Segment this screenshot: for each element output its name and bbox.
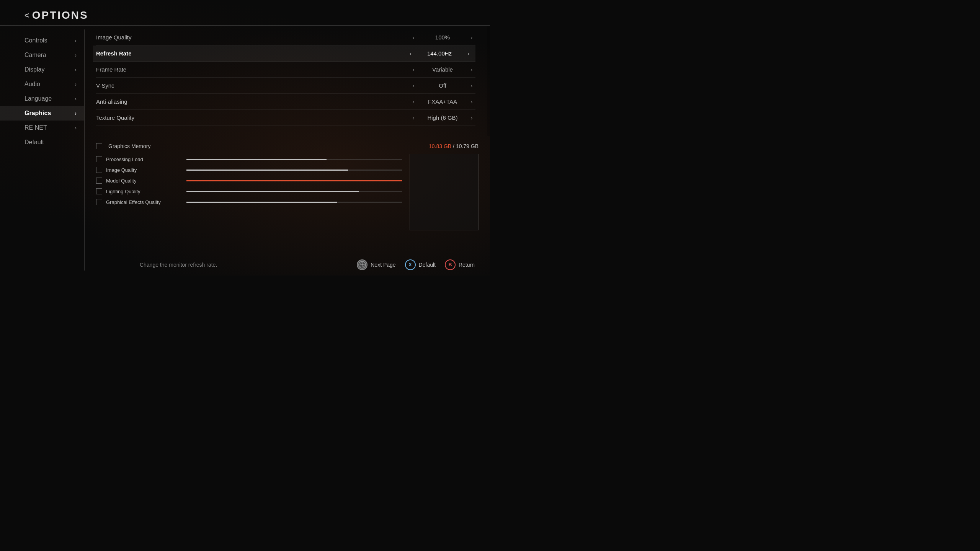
sidebar-label-audio: Audio — [24, 81, 40, 88]
sidebar-label-default: Default — [24, 139, 44, 146]
settings-panel: Image Quality ‹ 100% › Refresh Rate ‹ 14… — [85, 26, 487, 136]
sidebar: Controls › Camera › Display › Audio › La… — [0, 26, 84, 274]
arrow-right-refresh-rate[interactable]: › — [465, 51, 472, 57]
bottom-section: Graphics Memory 10.83 GB / 10.79 GB Proc… — [85, 136, 490, 234]
next-page-icon — [357, 259, 368, 270]
resource-label-image-quality-bar: Image Quality — [106, 167, 183, 173]
memory-total: 10.79 GB — [454, 143, 479, 149]
setting-value-texture-quality: High (6 GB) — [423, 114, 462, 121]
setting-value-image-quality: 100% — [423, 34, 462, 41]
footer-btn-default[interactable]: X Default — [405, 259, 436, 270]
back-title: < OPTIONS — [24, 9, 490, 21]
return-icon: B — [445, 259, 456, 270]
sidebar-label-display: Display — [24, 66, 44, 73]
resource-item-image-quality-bar: Image Quality — [96, 165, 402, 175]
footer-btn-return[interactable]: B Return — [445, 259, 475, 270]
header: < OPTIONS — [0, 0, 490, 26]
arrow-right-image-quality[interactable]: › — [468, 34, 475, 41]
default-label: Default — [419, 262, 436, 268]
setting-row-vsync: V-Sync ‹ Off › — [96, 78, 475, 94]
checkbox-graphical-effects[interactable] — [96, 199, 102, 205]
setting-controls-antialiasing: ‹ FXAA+TAA › — [399, 98, 475, 105]
sidebar-label-camera: Camera — [24, 52, 46, 59]
bar-fill-graphical-effects — [186, 202, 337, 203]
setting-label-texture-quality: Texture Quality — [96, 114, 399, 121]
page-title: OPTIONS — [32, 9, 88, 21]
checkbox-model-quality[interactable] — [96, 178, 102, 184]
sidebar-item-display[interactable]: Display › — [0, 62, 84, 77]
arrow-left-frame-rate[interactable]: ‹ — [410, 67, 417, 73]
bar-graphical-effects — [186, 202, 402, 203]
bar-image-quality — [186, 170, 402, 171]
memory-separator: / — [451, 143, 454, 149]
setting-label-antialiasing: Anti-aliasing — [96, 98, 399, 105]
arrow-right-frame-rate[interactable]: › — [468, 67, 475, 73]
setting-controls-image-quality: ‹ 100% › — [399, 34, 475, 41]
resource-section: Processing Load Image Quality — [96, 154, 479, 230]
sidebar-item-default[interactable]: Default — [0, 135, 84, 150]
arrow-left-refresh-rate[interactable]: ‹ — [407, 51, 414, 57]
setting-row-refresh-rate: Refresh Rate ‹ 144.00Hz › — [93, 46, 475, 62]
sidebar-item-controls[interactable]: Controls › — [0, 33, 84, 48]
sidebar-item-audio[interactable]: Audio › — [0, 77, 84, 91]
bar-fill-image-quality — [186, 170, 348, 171]
memory-used: 10.83 GB — [429, 143, 451, 149]
arrow-right-vsync[interactable]: › — [468, 83, 475, 89]
arrow-left-image-quality[interactable]: ‹ — [410, 34, 417, 41]
setting-controls-frame-rate: ‹ Variable › — [399, 66, 475, 73]
sidebar-item-camera[interactable]: Camera › — [0, 48, 84, 62]
sidebar-label-renet: RE NET — [24, 124, 47, 131]
sidebar-label-graphics: Graphics — [24, 110, 51, 117]
resource-item-model-quality: Model Quality — [96, 175, 402, 186]
arrow-left-antialiasing[interactable]: ‹ — [410, 99, 417, 105]
hint-text: Change the monitor refresh rate. — [15, 262, 341, 268]
preview-box — [410, 154, 479, 230]
arrow-left-texture-quality[interactable]: ‹ — [410, 115, 417, 121]
chevron-icon-display: › — [75, 67, 77, 73]
sidebar-item-renet[interactable]: RE NET › — [0, 121, 84, 135]
setting-value-refresh-rate: 144.00Hz — [420, 50, 459, 57]
default-icon: X — [405, 259, 416, 270]
setting-row-frame-rate: Frame Rate ‹ Variable › — [96, 62, 475, 78]
bar-model-quality — [186, 180, 402, 181]
sidebar-item-graphics[interactable]: Graphics › — [0, 106, 84, 121]
memory-value: 10.83 GB / 10.79 GB — [429, 143, 479, 149]
next-page-label: Next Page — [371, 262, 395, 268]
arrow-right-texture-quality[interactable]: › — [468, 115, 475, 121]
resource-item-lighting-quality: Lighting Quality — [96, 186, 402, 197]
memory-label: Graphics Memory — [108, 143, 423, 149]
resource-label-lighting-quality: Lighting Quality — [106, 189, 183, 194]
checkbox-image-quality-bar[interactable] — [96, 167, 102, 173]
next-page-svg — [358, 261, 366, 269]
setting-label-image-quality: Image Quality — [96, 34, 399, 41]
back-arrow-icon[interactable]: < — [24, 11, 29, 20]
sidebar-item-language[interactable]: Language › — [0, 91, 84, 106]
footer-btn-next-page[interactable]: Next Page — [357, 259, 395, 270]
footer: Change the monitor refresh rate. Next Pa… — [0, 254, 490, 276]
resource-list: Processing Load Image Quality — [96, 154, 402, 230]
resource-label-processing-load: Processing Load — [106, 156, 183, 162]
resource-item-graphical-effects: Graphical Effects Quality — [96, 197, 402, 207]
setting-label-refresh-rate: Refresh Rate — [96, 50, 396, 57]
bar-fill-processing-load — [186, 159, 327, 160]
bar-lighting-quality — [186, 191, 402, 192]
scrollbar-area — [487, 26, 490, 136]
arrow-right-antialiasing[interactable]: › — [468, 99, 475, 105]
bar-fill-model-quality — [186, 180, 402, 181]
main-content: < OPTIONS Controls › Camera › Display › … — [0, 0, 490, 276]
setting-value-vsync: Off — [423, 82, 462, 89]
chevron-icon-audio: › — [75, 81, 77, 87]
arrow-left-vsync[interactable]: ‹ — [410, 83, 417, 89]
resource-label-model-quality: Model Quality — [106, 178, 183, 184]
setting-value-antialiasing: FXAA+TAA — [423, 98, 462, 105]
memory-checkbox[interactable] — [96, 143, 102, 149]
bar-fill-lighting-quality — [186, 191, 359, 192]
setting-controls-texture-quality: ‹ High (6 GB) › — [399, 114, 475, 121]
resource-label-graphical-effects: Graphical Effects Quality — [106, 199, 183, 205]
setting-row-image-quality: Image Quality ‹ 100% › — [96, 29, 475, 46]
right-panel: Image Quality ‹ 100% › Refresh Rate ‹ 14… — [85, 26, 490, 274]
bar-processing-load — [186, 159, 402, 160]
checkbox-lighting-quality[interactable] — [96, 188, 102, 194]
setting-controls-vsync: ‹ Off › — [399, 82, 475, 89]
checkbox-processing-load[interactable] — [96, 156, 102, 162]
